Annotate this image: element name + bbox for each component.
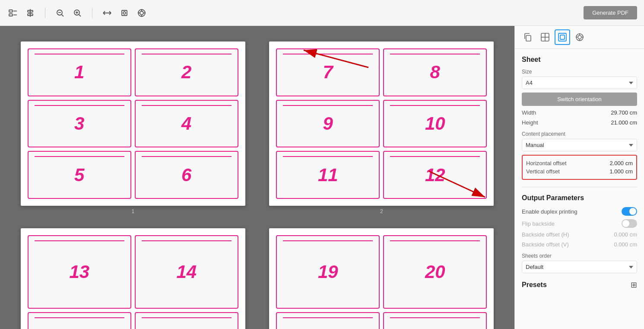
card-number-14: 14	[176, 262, 197, 282]
separator-1	[45, 8, 45, 18]
card-8: 8	[383, 48, 487, 96]
backside-v-label: Backside offset (V)	[522, 241, 569, 248]
toolbar: Generate PDF	[0, 0, 644, 26]
sheet-wrapper-1: 1 2 3 4 5 6 1	[9, 35, 257, 221]
card-number-20: 20	[425, 262, 445, 282]
card-line-16	[142, 317, 232, 318]
card-4: 4	[135, 100, 238, 148]
sheets-order-select[interactable]: Default	[522, 261, 637, 273]
card-14: 14	[135, 235, 238, 309]
sheets-order-label: Sheets order	[522, 253, 637, 259]
width-label: Width	[522, 109, 536, 116]
card-15: 15	[28, 312, 131, 329]
card-number-12: 12	[425, 165, 445, 185]
card-line-19	[283, 240, 373, 241]
card-line-6	[142, 156, 232, 157]
horizontal-offset-row: Horizontal offset 2.000 cm	[526, 159, 633, 167]
card-10: 10	[383, 100, 487, 148]
height-row: Height 21.000 cm	[522, 119, 637, 126]
card-number-7: 7	[323, 62, 333, 83]
sheet-4: 19 20 21 22	[269, 228, 494, 329]
zoom-in-icon[interactable]	[71, 7, 83, 19]
toolbar-right: Generate PDF	[584, 6, 637, 19]
size-select[interactable]: A4	[522, 77, 637, 89]
card-line-22	[390, 317, 480, 318]
card-line-7	[283, 54, 373, 54]
card-6: 6	[135, 151, 238, 199]
svg-point-32	[578, 35, 581, 39]
card-number-19: 19	[318, 262, 338, 282]
card-21: 21	[276, 312, 380, 329]
height-label: Height	[522, 119, 538, 126]
card-number-1: 1	[74, 62, 84, 83]
align-center-icon[interactable]	[24, 7, 36, 19]
svg-line-9	[62, 15, 63, 16]
card-7: 7	[276, 48, 380, 96]
main-layout: 1 2 3 4 5 6 1 7 8 9 10 11 12	[0, 26, 644, 329]
card-number-2: 2	[181, 62, 191, 83]
zoom-out-icon[interactable]	[54, 7, 66, 19]
horizontal-offset-value: 2.000 cm	[610, 160, 633, 166]
svg-point-15	[123, 12, 126, 14]
presets-grid-icon[interactable]: ⊞	[631, 280, 637, 290]
card-line-9	[283, 105, 373, 106]
fit-page-icon[interactable]	[118, 7, 130, 19]
card-2: 2	[135, 48, 238, 96]
card-line-3	[35, 105, 124, 106]
fit-width-icon[interactable]	[101, 7, 113, 19]
card-number-11: 11	[318, 165, 338, 185]
card-number-8: 8	[430, 62, 440, 83]
switch-orientation-button[interactable]: Switch orientation	[522, 93, 637, 106]
card-line-1	[35, 54, 124, 54]
horizontal-offset-label: Horizontal offset	[526, 160, 567, 166]
card-16: 16	[135, 312, 238, 329]
flip-toggle[interactable]	[622, 219, 637, 228]
card-20: 20	[383, 235, 487, 309]
width-value: 29.700 cm	[611, 109, 637, 116]
vertical-offset-label: Vertical offset	[526, 168, 560, 175]
separator-2	[92, 8, 92, 18]
card-line-20	[390, 240, 480, 241]
duplex-toggle[interactable]	[622, 207, 637, 216]
backside-h-value: 0.000 cm	[614, 231, 637, 238]
generate-pdf-button[interactable]: Generate PDF	[584, 6, 637, 19]
card-number-9: 9	[323, 113, 333, 134]
sheet-wrapper-2: 7 8 9 10 11 12 2	[257, 35, 506, 221]
content-placement-select[interactable]: Manual	[522, 139, 637, 151]
align-left-icon[interactable]	[7, 7, 19, 19]
card-1: 1	[28, 48, 131, 96]
card-line-10	[390, 105, 480, 106]
zoom-fit-icon[interactable]	[136, 7, 148, 19]
tab-frame[interactable]	[555, 29, 570, 45]
sheet-3: 13 14 15 16	[21, 228, 245, 329]
sheet-label-1: 1	[131, 208, 134, 214]
svg-rect-1	[9, 14, 13, 16]
tab-target[interactable]	[572, 29, 587, 45]
svg-rect-30	[560, 35, 565, 39]
card-9: 9	[276, 100, 380, 148]
card-19: 19	[276, 235, 380, 309]
panel-content: Sheet Size A4 Switch orientation Width 2…	[515, 49, 644, 329]
card-number-6: 6	[181, 165, 191, 185]
offset-box: Horizontal offset 2.000 cm Vertical offs…	[522, 155, 637, 180]
backside-h-label: Backside offset (H)	[522, 231, 569, 238]
card-number-3: 3	[74, 113, 84, 134]
output-params-title: Output Parameters	[522, 194, 637, 202]
sheet-wrapper-3: 13 14 15 16 3	[9, 221, 257, 329]
canvas-area: 1 2 3 4 5 6 1 7 8 9 10 11 12	[0, 26, 514, 329]
card-13: 13	[28, 235, 131, 309]
card-line-2	[142, 54, 232, 54]
flip-row: Flip backside	[522, 219, 637, 228]
card-line-4	[142, 105, 232, 106]
svg-rect-14	[122, 10, 127, 16]
tab-copy[interactable]	[520, 29, 536, 45]
card-3: 3	[28, 100, 131, 148]
card-line-21	[283, 317, 373, 318]
svg-rect-25	[526, 35, 531, 41]
sheet-1: 1 2 3 4 5 6	[21, 42, 245, 206]
card-number-10: 10	[425, 113, 445, 134]
presets-label: Presets	[522, 281, 547, 289]
presets-row: Presets ⊞	[522, 280, 637, 290]
tab-grid[interactable]	[537, 29, 553, 45]
backside-v-row: Backside offset (V) 0.000 cm	[522, 241, 637, 248]
